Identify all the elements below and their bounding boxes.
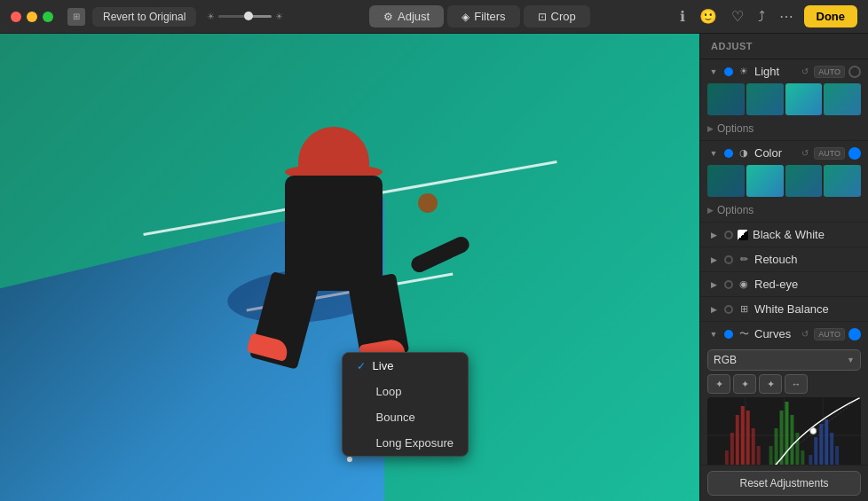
dropdown-live-label: Live bbox=[373, 359, 394, 372]
toolbar-center: ⚙ Adjust ◈ Filters ⊡ Crop bbox=[290, 5, 668, 27]
share-button[interactable]: ⤴ bbox=[754, 7, 769, 27]
close-button[interactable] bbox=[11, 12, 21, 22]
adjust-label: Adjust bbox=[398, 10, 430, 23]
panel-scroll[interactable]: ▼ ☀ Light ↺ AUTO ▶ bbox=[700, 59, 868, 465]
svg-rect-19 bbox=[809, 455, 812, 465]
light-thumb-2[interactable] bbox=[746, 83, 784, 115]
info-button[interactable]: ℹ bbox=[676, 6, 689, 27]
wb-section: ▶ ⊞ White Balance bbox=[700, 297, 868, 322]
svg-rect-6 bbox=[730, 433, 734, 465]
reset-adjustments-button[interactable]: Reset Adjustments bbox=[707, 471, 861, 496]
redeye-icon: ◉ bbox=[738, 278, 750, 291]
brightness-slider[interactable] bbox=[218, 15, 272, 18]
light-section: ▼ ☀ Light ↺ AUTO ▶ bbox=[700, 59, 868, 141]
retouch-section: ▶ ✏ Retouch bbox=[700, 247, 868, 272]
dropdown-item-loop[interactable]: Loop bbox=[343, 379, 468, 404]
redeye-active-dot bbox=[724, 280, 733, 289]
curve-tools: ✦ ✦ ✦ ↔ bbox=[707, 374, 861, 394]
check-icon: ✓ bbox=[357, 360, 366, 372]
curve-tool-eyedrop-black[interactable]: ✦ bbox=[707, 374, 730, 394]
light-thumb-1[interactable] bbox=[707, 83, 745, 115]
color-thumb-1[interactable] bbox=[707, 165, 745, 197]
done-button[interactable]: Done bbox=[804, 5, 858, 27]
position-indicator bbox=[347, 457, 352, 462]
heart-button[interactable]: ♡ bbox=[728, 6, 747, 27]
revert-button[interactable]: Revert to Original bbox=[92, 7, 196, 27]
crop-label: Crop bbox=[551, 10, 576, 23]
svg-rect-5 bbox=[725, 450, 729, 465]
curves-section-header[interactable]: ▼ 〜 Curves ↺ AUTO bbox=[700, 322, 868, 346]
light-toggle-btn[interactable] bbox=[848, 66, 861, 78]
svg-rect-22 bbox=[825, 419, 828, 465]
dropdown-item-bounce[interactable]: Bounce bbox=[343, 404, 468, 430]
curve-tool-eyedrop-white[interactable]: ✦ bbox=[759, 374, 782, 394]
curves-toggle-btn[interactable] bbox=[848, 328, 861, 341]
curves-reset-icon[interactable]: ↺ bbox=[800, 328, 810, 340]
curves-actions: ↺ AUTO bbox=[800, 328, 861, 341]
color-toggle-btn[interactable] bbox=[848, 147, 861, 160]
light-section-header[interactable]: ▼ ☀ Light ↺ AUTO bbox=[700, 59, 868, 83]
color-reset-icon[interactable]: ↺ bbox=[800, 147, 810, 159]
dropdown-item-live[interactable]: ✓ Live bbox=[343, 353, 468, 379]
svg-rect-21 bbox=[819, 424, 823, 465]
color-section-header[interactable]: ▼ ◑ Color ↺ AUTO bbox=[700, 141, 868, 165]
bw-active-dot bbox=[724, 231, 733, 239]
adjust-button[interactable]: ⚙ Adjust bbox=[369, 5, 444, 27]
color-auto-badge[interactable]: AUTO bbox=[814, 147, 845, 160]
wb-collapse-icon: ▶ bbox=[707, 303, 720, 316]
bw-section-header[interactable]: ▶ Black & White bbox=[700, 223, 868, 247]
dropdown-item-long-exposure[interactable]: Long Exposure bbox=[343, 430, 468, 456]
filters-button[interactable]: ◈ Filters bbox=[447, 5, 519, 27]
color-thumb-3[interactable] bbox=[785, 165, 823, 197]
filters-icon: ◈ bbox=[462, 11, 470, 23]
redeye-section: ▶ ◉ Red-eye bbox=[700, 272, 868, 297]
light-reset-icon[interactable]: ↺ bbox=[800, 66, 810, 77]
person-body bbox=[285, 176, 383, 291]
bw-icon bbox=[738, 230, 748, 240]
light-thumb-4[interactable] bbox=[824, 83, 861, 115]
light-auto-badge[interactable]: AUTO bbox=[814, 66, 845, 78]
crop-icon: ⊡ bbox=[538, 11, 547, 23]
minimize-button[interactable] bbox=[27, 12, 37, 22]
channel-label: RGB bbox=[714, 354, 737, 366]
wb-section-header[interactable]: ▶ ⊞ White Balance bbox=[700, 297, 868, 321]
playback-dropdown: ✓ Live Loop Bounce Long Exposure bbox=[342, 352, 469, 457]
svg-rect-16 bbox=[790, 415, 793, 465]
dropdown-long-exposure-label: Long Exposure bbox=[376, 436, 454, 450]
hat bbox=[298, 127, 369, 176]
brightness-low-icon: ☀ bbox=[207, 12, 215, 21]
filters-label: Filters bbox=[474, 10, 505, 23]
light-options[interactable]: ▶ Options bbox=[700, 121, 868, 140]
options-chevron-icon: ▶ bbox=[707, 124, 714, 133]
crop-button[interactable]: ⊡ Crop bbox=[524, 5, 590, 27]
more-button[interactable]: ⋯ bbox=[776, 6, 797, 27]
face-button[interactable]: 🙂 bbox=[696, 6, 721, 27]
curves-auto-badge[interactable]: AUTO bbox=[814, 328, 845, 341]
panel-header: ADJUST bbox=[700, 34, 868, 59]
curves-graph[interactable] bbox=[707, 397, 861, 465]
color-thumb-4[interactable] bbox=[824, 165, 861, 197]
redeye-section-header[interactable]: ▶ ◉ Red-eye bbox=[700, 272, 868, 296]
svg-rect-17 bbox=[795, 433, 799, 465]
maximize-button[interactable] bbox=[43, 12, 53, 22]
channel-select[interactable]: RGB ▼ bbox=[707, 349, 861, 371]
curve-tool-eyedrop-gray[interactable]: ✦ bbox=[733, 374, 756, 394]
svg-rect-15 bbox=[785, 402, 788, 465]
window-icon: ⊞ bbox=[67, 8, 85, 26]
curves-icon: 〜 bbox=[738, 328, 750, 341]
svg-rect-12 bbox=[769, 446, 773, 465]
curves-channel-row: RGB ▼ bbox=[707, 349, 861, 371]
light-thumbnails bbox=[700, 83, 868, 121]
light-icon: ☀ bbox=[738, 66, 750, 78]
retouch-section-header[interactable]: ▶ ✏ Retouch bbox=[700, 247, 868, 271]
bw-collapse-icon: ▶ bbox=[707, 229, 720, 241]
curve-tool-reset[interactable]: ↔ bbox=[785, 374, 808, 394]
light-thumb-3[interactable] bbox=[785, 83, 823, 115]
shoe-left bbox=[246, 333, 289, 362]
color-options[interactable]: ▶ Options bbox=[700, 202, 868, 222]
svg-rect-18 bbox=[801, 450, 804, 465]
svg-rect-7 bbox=[736, 415, 739, 465]
svg-point-27 bbox=[810, 428, 817, 434]
color-thumb-2[interactable] bbox=[746, 165, 784, 197]
bw-label: Black & White bbox=[753, 228, 861, 241]
